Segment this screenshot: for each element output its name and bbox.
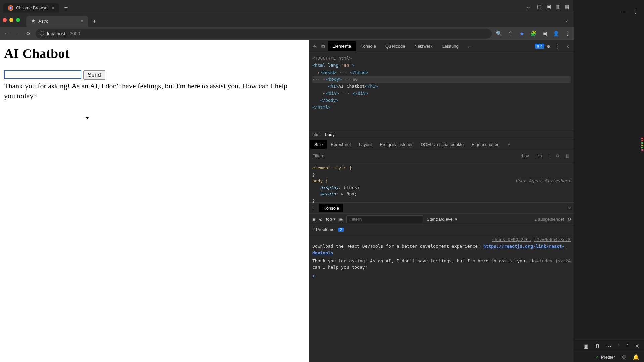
tab-more[interactable]: »: [463, 41, 475, 51]
prettier-status[interactable]: ✓ Prettier: [595, 355, 615, 360]
tab-listeners[interactable]: Ereignis-Listener: [376, 140, 417, 149]
page-title: AI Chatbot: [4, 46, 305, 61]
window-controls: [3, 18, 20, 22]
share-icon[interactable]: ⇧: [507, 31, 514, 37]
context-selector[interactable]: top ▾: [326, 217, 336, 222]
inspect-element-icon[interactable]: ⟐: [310, 43, 319, 49]
host-new-tab-button[interactable]: +: [62, 4, 71, 11]
host-layout-icon-3[interactable]: ▥: [555, 4, 561, 10]
host-layout-icon-1[interactable]: ▢: [536, 4, 543, 10]
hidden-messages-count[interactable]: 2 ausgeblendet: [534, 217, 564, 222]
tab-properties[interactable]: Eigenschaften: [468, 140, 503, 149]
editor-panel-toolbar: ▣ 🗑 ⋯ ˄ ˅ ✕: [574, 340, 644, 352]
new-tab-button[interactable]: +: [90, 18, 99, 25]
panel-more-icon[interactable]: ⋯: [606, 343, 611, 349]
extensions-icon[interactable]: 🧩: [530, 31, 537, 37]
tab-close-icon[interactable]: ×: [81, 19, 83, 24]
console-issues-bar[interactable]: 2 Probleme: 2: [309, 225, 574, 234]
device-toolbar-icon[interactable]: ⧉: [319, 43, 328, 49]
console-drawer: ⋮ Konsole ✕ ▣ ⊘ top ▾ ◉: [309, 202, 574, 362]
styles-rules[interactable]: element.style { } User-Agent-Stylesheet …: [309, 162, 574, 202]
styles-filter-input[interactable]: Filtern: [312, 153, 516, 159]
maximize-window-button[interactable]: [16, 18, 20, 22]
browser-toolbar: ← → ⟳ ⓘ localhost:3000 🔍 ⇧ ★ 🧩 ▣ 👤 ⋮: [0, 27, 574, 40]
tab-console[interactable]: Konsole: [356, 41, 381, 51]
bell-icon[interactable]: 🔔: [633, 354, 639, 360]
browser-menu-icon[interactable]: ⋮: [564, 31, 571, 37]
browser-tab-title: Astro: [38, 19, 48, 24]
devtools-close-icon[interactable]: ✕: [563, 43, 573, 49]
console-filter-input[interactable]: [346, 215, 423, 223]
host-layout-icon-2[interactable]: ▣: [545, 4, 552, 10]
tab-elements[interactable]: Elemente: [328, 41, 356, 51]
address-bar[interactable]: ⓘ localhost:3000: [36, 29, 492, 39]
hov-toggle[interactable]: :hov: [519, 153, 531, 159]
editor-more-icon[interactable]: ⋯: [621, 9, 627, 15]
chrome-tabbar: Astro × + ⌄: [0, 13, 574, 27]
styles-tool-1-icon[interactable]: ⧉: [555, 153, 561, 159]
console-clear-icon[interactable]: ⊘: [319, 217, 323, 222]
host-layout-icon-4[interactable]: ▦: [564, 4, 571, 10]
devtools-settings-icon[interactable]: ⚙: [544, 43, 553, 49]
devtools-menu-icon[interactable]: ⋮: [553, 43, 563, 49]
new-style-rule-icon[interactable]: +: [546, 153, 552, 159]
devtools-panel: ⟐ ⧉ Elemente Konsole Quellcode Netzwerk …: [309, 40, 574, 362]
styles-tool-2-icon[interactable]: ▥: [564, 153, 571, 159]
tab-layout[interactable]: Layout: [355, 140, 376, 149]
profile-icon[interactable]: 👤: [553, 31, 559, 37]
console-toolbar: ▣ ⊘ top ▾ ◉ Standardlevel ▾: [309, 214, 574, 225]
elements-tree[interactable]: <!DOCTYPE html> <html lang="en"> ▸<head>…: [309, 52, 574, 130]
host-tab-chrome[interactable]: Chrome Browser ×: [3, 3, 59, 13]
console-sidebar-icon[interactable]: ▣: [312, 217, 316, 222]
back-button[interactable]: ←: [3, 31, 10, 36]
console-output[interactable]: chunk-DFKQJ226.js?v=9e6b4e8c:8 Download …: [309, 234, 574, 362]
source-link[interactable]: chunk-DFKQJ226.js?v=9e6b4e8c:8: [492, 236, 571, 243]
bookmark-icon[interactable]: ★: [518, 31, 525, 37]
reload-button[interactable]: ⟳: [25, 31, 32, 37]
breadcrumb-html[interactable]: html: [312, 132, 321, 137]
styles-filter-bar: Filtern :hov .cls + ⧉ ▥: [309, 150, 574, 162]
close-window-button[interactable]: [3, 18, 7, 22]
tab-sources[interactable]: Quellcode: [381, 41, 410, 51]
editor-menu-icon[interactable]: ⋮: [633, 9, 638, 15]
tab-network[interactable]: Netzwerk: [410, 41, 437, 51]
console-drawer-close-icon[interactable]: ✕: [568, 206, 571, 211]
source-link[interactable]: index.jsx:24: [539, 258, 571, 264]
side-panel-icon[interactable]: ▣: [541, 31, 548, 37]
minimize-window-button[interactable]: [9, 18, 13, 22]
tab-dom-breakpoints[interactable]: DOM-Umschaltpunkte: [417, 140, 468, 149]
tabs-dropdown-icon[interactable]: ⌄: [562, 17, 571, 23]
issues-count-badge: 2: [338, 228, 344, 232]
url-path: :3000: [68, 31, 80, 36]
console-drawer-menu-icon[interactable]: ⋮: [312, 206, 316, 211]
tab-performance[interactable]: Leistung: [438, 41, 463, 51]
zoom-icon[interactable]: 🔍: [496, 31, 502, 37]
chevron-up-icon[interactable]: ˄: [617, 343, 620, 349]
send-button[interactable]: Send: [83, 70, 105, 80]
editor-body: [574, 24, 644, 340]
host-tabs-overflow-icon[interactable]: ⌄: [524, 4, 533, 9]
console-drawer-tab[interactable]: Konsole: [319, 204, 343, 212]
feedback-icon[interactable]: ☺: [621, 354, 627, 360]
panel-close-icon[interactable]: ✕: [635, 343, 639, 349]
devtools-tabbar: ⟐ ⧉ Elemente Konsole Quellcode Netzwerk …: [309, 40, 574, 52]
tab-styles-more[interactable]: »: [503, 140, 514, 149]
host-tab-close-icon[interactable]: ×: [52, 5, 54, 11]
console-settings-icon[interactable]: ⚙: [567, 217, 571, 222]
trash-icon[interactable]: 🗑: [595, 343, 600, 349]
browser-tab-astro[interactable]: Astro ×: [26, 16, 88, 27]
forward-button[interactable]: →: [14, 31, 21, 36]
issues-badge[interactable]: ▮ 2: [535, 44, 544, 49]
console-prompt-icon[interactable]: >: [312, 273, 315, 278]
site-info-icon[interactable]: ⓘ: [40, 31, 44, 37]
cls-toggle[interactable]: .cls: [534, 153, 543, 159]
chat-input[interactable]: [4, 70, 81, 79]
log-level-selector[interactable]: Standardlevel ▾: [427, 217, 457, 222]
live-expression-icon[interactable]: ◉: [339, 217, 343, 222]
chevron-down-icon[interactable]: ˅: [626, 343, 629, 349]
console-drawer-header: ⋮ Konsole ✕: [309, 203, 574, 214]
panel-layout-icon[interactable]: ▣: [584, 343, 589, 349]
breadcrumb-body[interactable]: body: [325, 132, 335, 137]
tab-computed[interactable]: Berechnet: [327, 140, 355, 149]
tab-styles[interactable]: Stile: [310, 140, 327, 149]
